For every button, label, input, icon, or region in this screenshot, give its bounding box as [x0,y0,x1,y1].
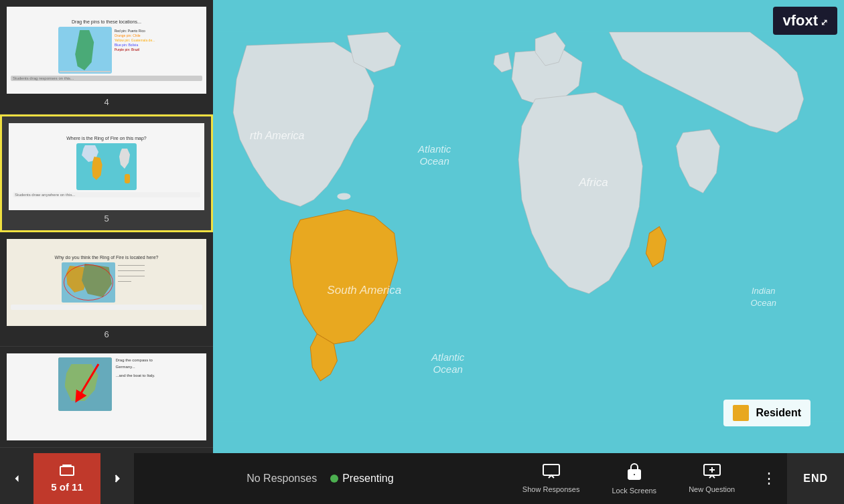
lock-screens-label: Lock Screens [612,487,656,495]
slide-thumbnail-6[interactable]: Why do you think the Ring of Fire is loc… [7,239,206,326]
svg-rect-14 [543,465,559,475]
slide-item-4[interactable]: Drag the pins to these locations... Red … [0,0,213,114]
lock-icon [627,463,642,484]
next-icon [111,472,124,485]
slide6-title: Why do you think the Ring of Fire is loc… [55,255,159,260]
show-responses-icon [543,464,560,483]
slide7-text2: Germany... [116,364,155,371]
show-responses-button[interactable]: Show Responses [506,453,596,504]
expand-icon[interactable]: ⤢ [821,17,828,27]
slide-counter-text: 5 of 11 [51,481,83,493]
world-map: rth America Atlantic Ocean Africa South … [213,0,844,453]
main-slide-area: vfoxt⤢ Where is the Ring of Fire on this… [213,0,844,453]
slide5-number: 5 [9,214,204,224]
slide4-number: 4 [7,97,206,107]
slides-icon [60,465,74,477]
slide4-title: Drag the pins to these locations... [72,19,141,24]
new-question-icon [703,464,721,483]
map-svg: rth America Atlantic Ocean Africa South … [213,0,844,453]
svg-text:Ocean: Ocean [420,155,449,167]
svg-text:Africa: Africa [578,176,608,189]
svg-text:Atlantic: Atlantic [431,351,465,363]
bottom-bar: 5 of 11 No Responses Presenting Show Res… [0,453,844,504]
end-label: END [803,473,828,485]
svg-text:Ocean: Ocean [433,363,463,375]
slide-panel: Drag the pins to these locations... Red … [0,0,213,453]
svg-rect-12 [60,467,74,475]
map-legend: Resident [723,400,811,426]
slide4-pins: Red pin: Puerto Rico Orange pin: Chile Y… [115,29,155,52]
lock-screens-button[interactable]: Lock Screens [595,453,673,504]
new-question-svg [703,464,721,479]
presenting-label: Presenting [342,473,394,485]
slide7-text1: Drag the compass to [116,357,155,364]
slide5-title: Where is the Ring of Fire on this map? [66,136,146,141]
prev-icon [10,472,23,485]
svg-point-16 [633,473,636,476]
svg-text:South America: South America [327,284,401,297]
more-icon: ⋮ [762,470,776,487]
slide-counter-icon [60,465,74,480]
svg-rect-13 [62,465,72,466]
slide-item-6[interactable]: Why do you think the Ring of Fire is loc… [0,232,213,347]
new-question-label: New Question [689,485,735,493]
bottom-center: No Responses Presenting [134,473,506,485]
more-button[interactable]: ⋮ [751,453,787,504]
brand-badge: vfoxt⤢ [773,7,837,35]
legend-label: Resident [756,407,801,419]
show-responses-label: Show Responses [522,485,580,493]
slide-counter[interactable]: 5 of 11 [33,453,100,504]
slide7-text3: ...and the boat to Italy. [116,373,155,380]
no-responses-text: No Responses [247,473,317,485]
monitor-icon [543,464,560,479]
svg-text:Atlantic: Atlantic [417,143,451,155]
svg-text:rth America: rth America [250,129,304,141]
slide-thumbnail-5[interactable]: Where is the Ring of Fire on this map? S… [9,123,204,210]
slide-thumbnail-4[interactable]: Drag the pins to these locations... Red … [7,7,206,94]
legend-color-swatch [733,405,749,421]
slide6-number: 6 [7,329,206,339]
slide-thumbnail-7[interactable]: Drag the compass to Germany... ...and th… [7,353,206,440]
slide-item-5[interactable]: Where is the Ring of Fire on this map? S… [0,114,213,232]
presenting-dot [330,475,338,483]
svg-text:Indian: Indian [752,286,775,296]
presenting-status: Presenting [330,473,394,485]
next-button[interactable] [100,453,134,504]
new-question-button[interactable]: New Question [673,453,751,504]
bottom-actions: Show Responses Lock Screens [506,453,844,504]
brand-name: vfoxt [782,12,818,29]
end-button[interactable]: END [787,453,844,504]
slide-item-7[interactable]: Drag the compass to Germany... ...and th… [0,347,213,448]
svg-text:Ocean: Ocean [751,298,776,308]
svg-point-2 [337,193,350,199]
lock-svg [627,463,642,480]
prev-button[interactable] [0,453,33,504]
